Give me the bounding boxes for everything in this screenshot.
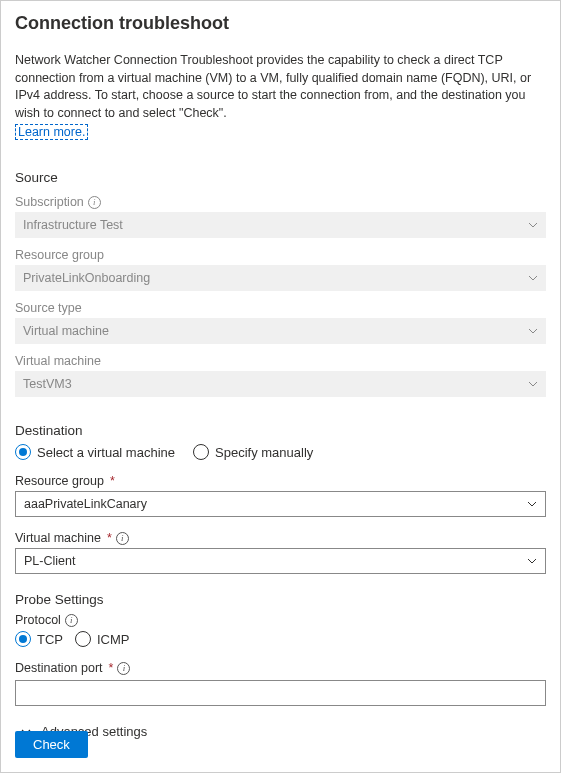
- check-button[interactable]: Check: [15, 731, 88, 758]
- subscription-label-text: Subscription: [15, 195, 84, 209]
- dest-vm-value: PL-Client: [24, 554, 75, 568]
- radio-select-vm-label: Select a virtual machine: [37, 445, 175, 460]
- radio-specify-manually[interactable]: Specify manually: [193, 444, 313, 460]
- radio-icmp[interactable]: ICMP: [75, 631, 130, 647]
- chevron-down-icon: [527, 556, 537, 566]
- source-type-dropdown: Virtual machine: [15, 318, 546, 344]
- dest-port-label-text: Destination port: [15, 661, 103, 675]
- protocol-radio-group: TCP ICMP: [15, 631, 546, 647]
- info-icon[interactable]: i: [117, 662, 130, 675]
- learn-more-link[interactable]: Learn more.: [15, 124, 88, 140]
- info-icon[interactable]: i: [116, 532, 129, 545]
- source-resource-group-dropdown: PrivateLinkOnboarding: [15, 265, 546, 291]
- source-vm-value: TestVM3: [23, 377, 72, 391]
- connection-troubleshoot-panel: Connection troubleshoot Network Watcher …: [0, 0, 561, 773]
- dest-resource-group-label: Resource group*: [15, 474, 546, 488]
- chevron-down-icon: [528, 326, 538, 336]
- radio-specify-manually-label: Specify manually: [215, 445, 313, 460]
- source-type-label: Source type: [15, 301, 546, 315]
- source-type-label-text: Source type: [15, 301, 82, 315]
- dest-resource-group-value: aaaPrivateLinkCanary: [24, 497, 147, 511]
- source-vm-dropdown: TestVM3: [15, 371, 546, 397]
- chevron-down-icon: [528, 273, 538, 283]
- info-icon[interactable]: i: [65, 614, 78, 627]
- source-resource-group-value: PrivateLinkOnboarding: [23, 271, 150, 285]
- dest-resource-group-dropdown[interactable]: aaaPrivateLinkCanary: [15, 491, 546, 517]
- dest-vm-dropdown[interactable]: PL-Client: [15, 548, 546, 574]
- chevron-down-icon: [528, 220, 538, 230]
- radio-icmp-label: ICMP: [97, 632, 130, 647]
- radio-icon: [75, 631, 91, 647]
- dest-vm-label: Virtual machine* i: [15, 531, 546, 545]
- dest-port-input[interactable]: [15, 680, 546, 706]
- resource-group-label: Resource group: [15, 248, 546, 262]
- required-indicator: *: [110, 474, 115, 488]
- dest-resource-group-label-text: Resource group: [15, 474, 104, 488]
- radio-tcp-label: TCP: [37, 632, 63, 647]
- resource-group-label-text: Resource group: [15, 248, 104, 262]
- protocol-label-text: Protocol: [15, 613, 61, 627]
- required-indicator: *: [107, 531, 112, 545]
- source-vm-label-text: Virtual machine: [15, 354, 101, 368]
- source-type-value: Virtual machine: [23, 324, 109, 338]
- radio-tcp[interactable]: TCP: [15, 631, 63, 647]
- page-title: Connection troubleshoot: [15, 13, 546, 34]
- probe-section-header: Probe Settings: [15, 592, 546, 607]
- subscription-label: Subscription i: [15, 195, 546, 209]
- source-vm-label: Virtual machine: [15, 354, 546, 368]
- subscription-dropdown: Infrastructure Test: [15, 212, 546, 238]
- chevron-down-icon: [528, 379, 538, 389]
- subscription-value: Infrastructure Test: [23, 218, 123, 232]
- radio-icon: [193, 444, 209, 460]
- radio-icon: [15, 444, 31, 460]
- description-text: Network Watcher Connection Troubleshoot …: [15, 52, 546, 122]
- destination-type-radio-group: Select a virtual machine Specify manuall…: [15, 444, 546, 460]
- advanced-settings-toggle[interactable]: Advanced settings: [15, 724, 546, 739]
- info-icon[interactable]: i: [88, 196, 101, 209]
- protocol-label: Protocol i: [15, 613, 546, 627]
- radio-select-vm[interactable]: Select a virtual machine: [15, 444, 175, 460]
- chevron-down-icon: [527, 499, 537, 509]
- source-section-header: Source: [15, 170, 546, 185]
- radio-icon: [15, 631, 31, 647]
- dest-port-label: Destination port* i: [15, 661, 546, 675]
- destination-section-header: Destination: [15, 423, 546, 438]
- dest-vm-label-text: Virtual machine: [15, 531, 101, 545]
- required-indicator: *: [109, 661, 114, 675]
